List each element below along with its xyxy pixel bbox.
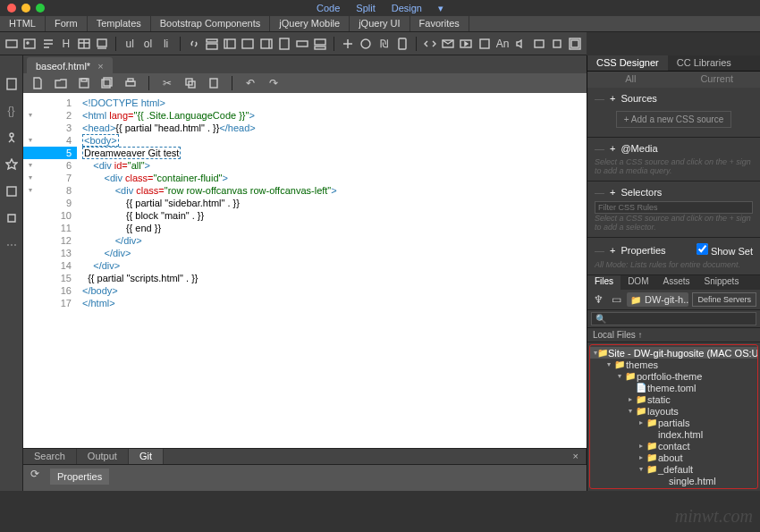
article-icon[interactable] (278, 37, 291, 51)
ul-icon[interactable]: ul (123, 37, 136, 51)
redo-icon[interactable]: ↷ (266, 76, 281, 90)
view-code[interactable]: Code (317, 3, 340, 13)
tree-item[interactable]: ▸📁partials (590, 417, 757, 428)
copy-icon[interactable] (183, 76, 198, 90)
table-icon[interactable] (78, 37, 90, 51)
menu-html[interactable]: HTML (0, 16, 46, 31)
tab-cc-libraries[interactable]: CC Libraries (668, 55, 740, 71)
add-icon[interactable]: + (610, 93, 615, 104)
menu-jqui[interactable]: jQuery UI (350, 16, 410, 31)
cut-icon[interactable]: ✂ (160, 76, 174, 90)
header-icon[interactable] (206, 37, 218, 51)
file-manage-icon[interactable] (4, 77, 19, 91)
filter-css-input[interactable] (595, 201, 753, 214)
close-window-icon[interactable] (7, 4, 16, 13)
tree-item[interactable]: ▾📁themes (590, 359, 757, 370)
tab-dom[interactable]: DOM (621, 275, 655, 290)
files-search-input[interactable] (591, 312, 756, 325)
li-icon[interactable]: li (160, 37, 173, 51)
html5-video-icon[interactable] (460, 37, 472, 51)
maximize-window-icon[interactable] (36, 4, 45, 13)
viewport-icon[interactable] (396, 37, 409, 51)
iframe-icon[interactable] (569, 37, 581, 51)
tab-assets[interactable]: Assets (655, 275, 697, 290)
section-icon[interactable] (296, 37, 308, 51)
ol-icon[interactable]: ol (141, 37, 154, 51)
plugin-icon[interactable] (551, 37, 563, 51)
edited-text[interactable]: Dreamweaver Git test (82, 147, 181, 159)
chevron-down-icon[interactable]: ▾ (438, 3, 443, 14)
refresh-icon[interactable]: ⟳ (28, 467, 42, 481)
animate-icon[interactable]: An (496, 37, 510, 51)
document-tab[interactable]: baseof.html* × (27, 57, 113, 75)
main-icon[interactable] (241, 37, 254, 51)
add-icon[interactable]: + (610, 187, 615, 198)
aside-icon[interactable] (259, 37, 272, 51)
html5-audio-icon[interactable] (514, 37, 527, 51)
nav-icon[interactable] (224, 37, 236, 51)
more-icon[interactable]: ⋯ (4, 238, 19, 252)
tree-item[interactable]: ▾📁Site - DW-git-hugosite (MAC OS:Users:.… (590, 347, 757, 359)
code-editor[interactable]: 1234 5678 91011121314151617 <!DOCTYPE ht… (23, 93, 587, 448)
description-icon[interactable]: ₪ (378, 37, 391, 51)
tab-files[interactable]: Files (587, 275, 621, 290)
tree-item[interactable]: 📄theme.toml (590, 382, 757, 393)
css-all[interactable]: All (587, 72, 674, 88)
tab-git[interactable]: Git (129, 449, 164, 464)
menu-favorites[interactable]: Favorites (410, 16, 469, 31)
flash-video-icon[interactable] (533, 37, 545, 51)
show-set-checkbox[interactable] (697, 243, 708, 255)
print-icon[interactable] (123, 76, 138, 90)
view-design[interactable]: Design (392, 3, 422, 13)
view-split[interactable]: Split (356, 3, 375, 13)
css-icon[interactable]: {} (4, 104, 19, 118)
tab-output[interactable]: Output (77, 449, 129, 464)
behaviors-icon[interactable] (4, 157, 19, 172)
define-servers-button[interactable]: Define Servers (692, 292, 756, 307)
site-dropdown[interactable]: 📁 DW-git-h... ▾ (627, 292, 688, 307)
menu-templates[interactable]: Templates (88, 16, 151, 31)
link-icon[interactable] (188, 37, 200, 51)
meta-icon[interactable] (342, 37, 354, 51)
paste-icon[interactable] (207, 76, 221, 90)
minimize-window-icon[interactable] (21, 4, 30, 13)
tree-item[interactable]: ▸📁static (590, 393, 757, 405)
script-icon[interactable] (424, 37, 436, 51)
image-icon[interactable] (23, 37, 36, 51)
css-current[interactable]: Current (674, 72, 761, 88)
tab-snippets[interactable]: Snippets (697, 275, 746, 290)
close-panel-icon[interactable]: × (566, 449, 587, 464)
div-icon[interactable] (5, 37, 18, 51)
figure-icon[interactable] (96, 37, 108, 51)
tab-search[interactable]: Search (23, 449, 77, 464)
tree-item[interactable]: ▸📁about (590, 452, 757, 463)
tree-item[interactable]: index.html (590, 428, 757, 440)
close-tab-icon[interactable]: × (97, 61, 103, 72)
tree-item[interactable]: single.html (590, 475, 757, 486)
undo-icon[interactable]: ↶ (243, 76, 258, 90)
open-file-icon[interactable] (54, 76, 68, 90)
tab-css-designer[interactable]: CSS Designer (587, 55, 668, 71)
menu-form[interactable]: Form (46, 16, 88, 31)
paragraph-icon[interactable] (41, 37, 54, 51)
save-all-icon[interactable] (100, 76, 114, 90)
footer-icon[interactable] (314, 37, 326, 51)
assets-icon[interactable] (4, 184, 19, 198)
keywords-icon[interactable] (359, 37, 372, 51)
tree-item[interactable]: ▾📁layouts (590, 405, 757, 417)
tree-item[interactable]: ▾📁_default (590, 463, 757, 475)
heading-icon[interactable]: H (60, 37, 72, 51)
dom-icon[interactable] (4, 131, 19, 145)
menu-bootstrap[interactable]: Bootstrap Components (151, 16, 271, 31)
email-icon[interactable] (442, 37, 454, 51)
properties-tab[interactable]: Properties (50, 469, 109, 485)
tree-item[interactable]: ▾📁portfolio-theme (590, 370, 757, 382)
expand-icon[interactable]: ▭ (609, 292, 623, 307)
new-file-icon[interactable] (30, 76, 45, 90)
add-icon[interactable]: + (610, 245, 615, 256)
local-files-header[interactable]: Local Files ↑ (587, 328, 760, 342)
ftp-icon[interactable]: ♆ (591, 292, 605, 307)
menu-jqmobile[interactable]: jQuery Mobile (270, 16, 350, 31)
code-content[interactable]: <!DOCTYPE html> <html lang="{{ .Site.Lan… (77, 93, 337, 448)
save-icon[interactable] (77, 76, 91, 90)
